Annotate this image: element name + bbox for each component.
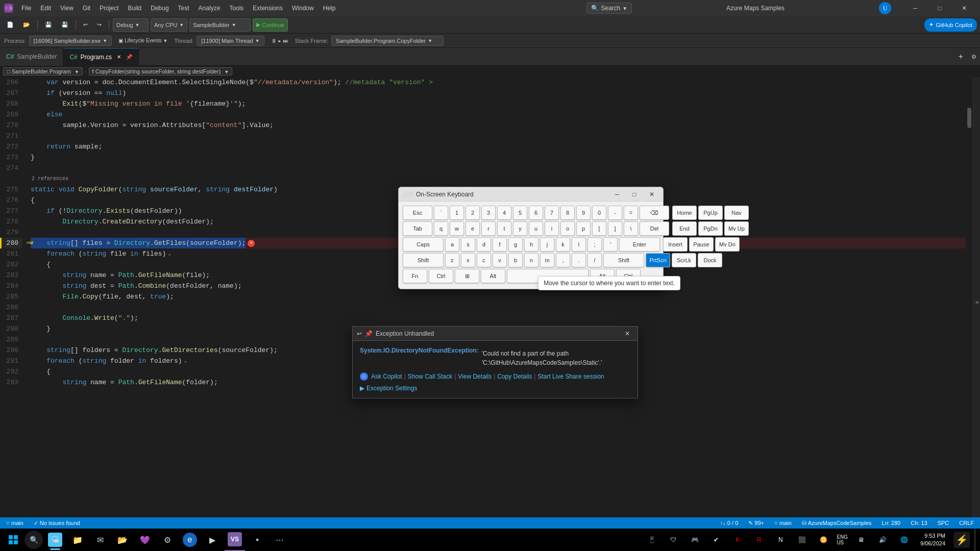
osk-minimize-button[interactable]: ─ [610, 189, 624, 199]
osk-key-x[interactable]: x [461, 253, 475, 267]
thread-dropdown[interactable]: [11900] Main Thread ▼ [197, 36, 264, 46]
osk-key-tab[interactable]: Tab [403, 221, 432, 236]
osk-key-comma[interactable]: , [556, 253, 570, 267]
show-desktop-button[interactable] [974, 529, 976, 551]
osk-key-o[interactable]: o [560, 221, 575, 236]
menu-build[interactable]: Build [124, 3, 146, 14]
tray-icon-5[interactable]: K [727, 529, 748, 551]
tray-icon-3[interactable]: 🎮 [684, 529, 705, 551]
osk-key-9[interactable]: 9 [576, 206, 591, 220]
menu-test[interactable]: Test [174, 3, 193, 14]
ask-copilot-link[interactable]: Ask Copilot [371, 373, 402, 380]
osk-key-r[interactable]: r [481, 221, 496, 236]
taskbar-app-weather[interactable]: 🌤 [45, 529, 65, 551]
osk-key-caps[interactable]: Caps [403, 237, 444, 252]
status-repo[interactable]: ⛁ AzureMapsCodeSamples [800, 520, 874, 527]
close-button[interactable]: ✕ [952, 0, 976, 16]
menu-view[interactable]: View [56, 3, 78, 14]
class-selector[interactable]: □ SampleBuilder.Program ▼ [3, 67, 83, 76]
scrollbar-right[interactable] [966, 77, 973, 517]
osk-key-q[interactable]: q [434, 221, 448, 236]
menu-file[interactable]: File [17, 3, 35, 14]
process-dropdown[interactable]: [16096] SampleBuilder.exe ▼ [29, 36, 112, 46]
save-button[interactable]: 💾 [41, 18, 56, 32]
osk-key-period[interactable]: . [572, 253, 586, 267]
lifecycle-button[interactable]: ▣ Lifecycle Events ▼ [115, 34, 171, 47]
osk-key-m[interactable]: m [540, 253, 554, 267]
osk-key-scrlk[interactable]: ScrLk [672, 253, 696, 267]
osk-key-t[interactable]: t [497, 221, 511, 236]
osk-key-shift-right[interactable]: Shift [603, 253, 644, 267]
taskbar-app-terminal[interactable]: ▪ [247, 529, 267, 551]
osk-key-del[interactable]: Del [640, 221, 669, 236]
status-spc[interactable]: SPC [936, 520, 951, 526]
osk-key-6[interactable]: 6 [529, 206, 543, 220]
menu-git[interactable]: Git [79, 3, 94, 14]
minimize-button[interactable]: ─ [903, 0, 927, 16]
start-button[interactable]: ▶ Continue [253, 18, 288, 32]
osk-key-l[interactable]: l [572, 237, 586, 252]
tab-close-button[interactable]: ✕ [115, 53, 123, 61]
osk-key-u[interactable]: u [529, 221, 543, 236]
osk-key-fn[interactable]: Fn [403, 269, 427, 283]
osk-key-nav[interactable]: Nav [724, 206, 749, 220]
status-sync[interactable]: ↑↓ 0 / 0 [718, 520, 740, 526]
osk-key-enter[interactable]: Enter [619, 237, 660, 252]
tab-settings-button[interactable]: ⚙ [968, 50, 980, 63]
osk-key-w[interactable]: w [450, 221, 464, 236]
osk-key-semicolon[interactable]: ; [587, 237, 602, 252]
osk-key-s[interactable]: s [461, 237, 475, 252]
taskbar-app-explorer[interactable]: 📁 [67, 529, 88, 551]
tab-program-cs[interactable]: C# Program.cs ✕ 📌 [63, 48, 139, 66]
copilot-button[interactable]: ✦ GitHub Copilot [924, 18, 977, 32]
osk-key-backslash[interactable]: \ [624, 221, 638, 236]
exception-settings-link[interactable]: ▶ Exception Settings [360, 385, 630, 392]
menu-extensions[interactable]: Extensions [249, 3, 287, 14]
osk-key-insert[interactable]: Insert [663, 237, 688, 252]
osk-key-pgdn[interactable]: PgDn [698, 221, 723, 236]
show-call-stack-link[interactable]: Show Call Stack [408, 373, 452, 380]
taskbar-clock[interactable]: 9:53 PM 9/06/2024 [916, 532, 949, 548]
osk-key-h[interactable]: h [524, 237, 538, 252]
osk-key-minus[interactable]: - [608, 206, 622, 220]
thread-controls[interactable]: ⏸ ▶ ⏭ [267, 34, 292, 47]
tray-network[interactable]: 🌐 [894, 529, 914, 551]
osk-key-y[interactable]: y [513, 221, 527, 236]
view-details-link[interactable]: View Details [458, 373, 492, 380]
taskbar-app-mail[interactable]: ✉ [90, 529, 110, 551]
taskbar-app-settings[interactable]: ⚙ [157, 529, 178, 551]
taskbar-app-dev[interactable]: 💜 [135, 529, 155, 551]
osk-key-equals[interactable]: = [624, 206, 638, 220]
osk-key-c[interactable]: c [477, 253, 491, 267]
taskbar-app-vs[interactable]: VS [225, 529, 245, 551]
start-live-share-link[interactable]: Start Live Share session [537, 373, 604, 380]
osk-key-win[interactable]: ⊞ [455, 269, 479, 283]
osk-key-alt-left[interactable]: Alt [481, 269, 505, 283]
osk-key-7[interactable]: 7 [545, 206, 559, 220]
stack-dropdown[interactable]: SampleBuilder.Program.CopyFolder ▼ [331, 36, 444, 46]
osk-key-2[interactable]: 2 [465, 206, 480, 220]
tray-icon-7[interactable]: N [770, 529, 791, 551]
osk-key-ctrl-left[interactable]: Ctrl [429, 269, 453, 283]
tray-volume[interactable]: 🔊 [872, 529, 893, 551]
user-avatar[interactable] [879, 2, 891, 14]
method-selector[interactable]: f CopyFolder(string sourceFolder, string… [89, 67, 233, 76]
osk-key-8[interactable]: 8 [560, 206, 575, 220]
menu-project[interactable]: Project [95, 3, 122, 14]
osk-key-3[interactable]: 3 [481, 206, 496, 220]
tray-lang[interactable]: ENG US [835, 534, 850, 545]
tab-pin-icon[interactable]: 📌 [126, 54, 132, 60]
tray-icon-9[interactable]: ♊ [813, 529, 834, 551]
start-menu-button[interactable] [4, 531, 22, 549]
menu-help[interactable]: Help [319, 3, 340, 14]
osk-key-g[interactable]: g [508, 237, 523, 252]
status-ch[interactable]: Ch: 13 [909, 520, 929, 526]
osk-key-0[interactable]: 0 [592, 206, 606, 220]
menu-tools[interactable]: Tools [225, 3, 248, 14]
osk-key-backspace[interactable]: ⌫ [640, 206, 669, 220]
osk-key-e[interactable]: e [465, 221, 480, 236]
osk-key-backtick[interactable]: ` [434, 206, 448, 220]
osk-key-slash[interactable]: / [587, 253, 602, 267]
exception-close-button[interactable]: ✕ [621, 329, 633, 339]
osk-key-p[interactable]: p [576, 221, 591, 236]
